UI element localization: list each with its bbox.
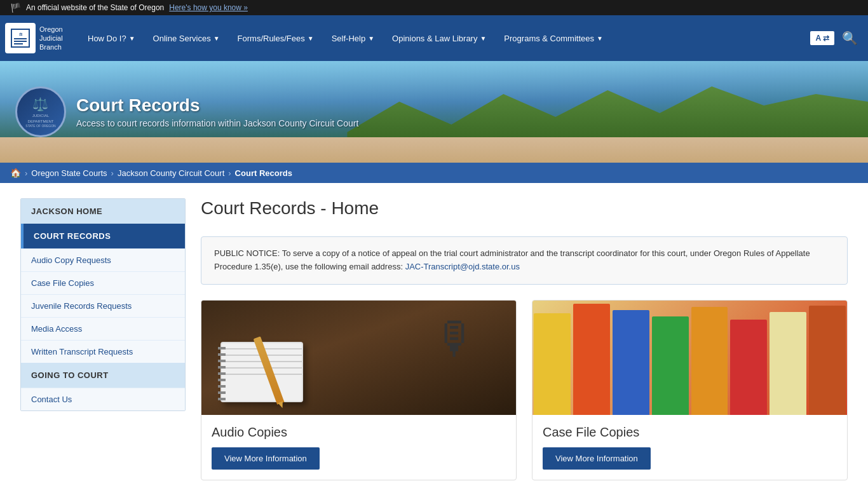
hero-title: Court Records [76, 95, 358, 116]
breadcrumb-current: Court Records [235, 168, 292, 178]
nav-logo[interactable]: ⚖ Oregon Judicial Branch [5, 23, 69, 53]
logo-text: Oregon Judicial Branch [39, 25, 63, 52]
chevron-icon: ▼ [368, 35, 374, 42]
card-files-btn[interactable]: View More Information [543, 447, 651, 470]
breadcrumb: 🏠 › Oregon State Courts › Jackson County… [0, 163, 868, 183]
spiral-icon [218, 343, 226, 401]
folder-blue [613, 310, 649, 415]
notice-email[interactable]: JAC-Transcript@ojd.state.or.us [405, 262, 520, 271]
nav-item-forms[interactable]: Forms/Rules/Fees ▼ [229, 15, 323, 61]
nav-item-online[interactable]: Online Services ▼ [144, 15, 229, 61]
card-audio-image: 🎙 [201, 301, 516, 415]
nav-item-opinions[interactable]: Opinions & Law Library ▼ [383, 15, 495, 61]
sidebar-going-to-court: GOING TO COURT [21, 363, 185, 388]
breadcrumb-item-jackson[interactable]: Jackson County Circuit Court [118, 168, 224, 178]
chevron-icon: ▼ [129, 35, 135, 42]
top-bar-link[interactable]: Here's how you know » [169, 3, 248, 12]
sidebar-item-transcript[interactable]: Written Transcript Requests [21, 340, 185, 363]
main-content: JACKSON HOME COURT RECORDS Audio Copy Re… [0, 183, 868, 488]
chevron-icon: ▼ [597, 35, 603, 42]
svg-rect-4 [14, 43, 23, 44]
folder-red [573, 304, 610, 415]
folder-green [652, 316, 689, 415]
nav-item-selfhelp[interactable]: Self-Help ▼ [323, 15, 383, 61]
sidebar-item-juvenile[interactable]: Juvenile Records Requests [21, 294, 185, 317]
svg-rect-3 [14, 41, 27, 42]
hero-content: ⚖️ JUDICIAL DEPARTMENT STATE OF OREGON C… [0, 74, 374, 150]
card-audio-body: Audio Copies View More Information [201, 415, 516, 480]
sidebar-item-case-file[interactable]: Case File Copies [21, 271, 185, 294]
flag-icon: 🏴 [10, 3, 21, 13]
chevron-icon: ▼ [214, 35, 220, 42]
content-area: Court Records - Home PUBLIC NOTICE: To s… [201, 198, 848, 480]
svg-text:⚖: ⚖ [19, 32, 23, 36]
folder-tan [770, 312, 806, 415]
top-bar-text: An official website of the State of Oreg… [26, 3, 164, 12]
hero-text: Court Records Access to court records in… [76, 95, 358, 128]
card-audio: 🎙 Audio Copies View More Information [201, 300, 517, 480]
court-seal: ⚖️ JUDICIAL DEPARTMENT STATE OF OREGON [15, 86, 66, 137]
folder-brown [809, 306, 846, 415]
page-title: Court Records - Home [201, 198, 848, 224]
card-files-body: Case File Copies View More Information [532, 415, 847, 480]
nav-item-how[interactable]: How Do I? ▼ [79, 15, 144, 61]
card-files-image [532, 301, 847, 415]
sidebar-jackson-home[interactable]: JACKSON HOME [21, 199, 185, 224]
home-icon[interactable]: 🏠 [10, 168, 21, 178]
sidebar: JACKSON HOME COURT RECORDS Audio Copy Re… [20, 198, 186, 480]
notice-box: PUBLIC NOTICE: To serve a copy of a noti… [201, 236, 848, 285]
sidebar-item-audio[interactable]: Audio Copy Requests [21, 248, 185, 271]
breadcrumb-item-oregon[interactable]: Oregon State Courts [31, 168, 107, 178]
logo-icon: ⚖ [5, 23, 36, 53]
sidebar-court-records-active: COURT RECORDS [21, 224, 185, 248]
folder-orange [691, 307, 728, 415]
card-files: Case File Copies View More Information [532, 300, 848, 480]
nav-item-programs[interactable]: Programs & Committees ▼ [495, 15, 612, 61]
microphone-icon: 🎙 [433, 313, 478, 364]
top-bar: 🏴 An official website of the State of Or… [0, 0, 868, 15]
cards-grid: 🎙 Audio Copies View More Information [201, 300, 848, 480]
card-files-title: Case File Copies [543, 425, 837, 440]
hero-banner: ⚖️ JUDICIAL DEPARTMENT STATE OF OREGON C… [0, 61, 868, 163]
sidebar-section: JACKSON HOME COURT RECORDS Audio Copy Re… [20, 198, 186, 411]
card-audio-title: Audio Copies [212, 425, 506, 440]
chevron-icon: ▼ [308, 35, 314, 42]
svg-rect-2 [14, 38, 27, 39]
nav-items: How Do I? ▼ Online Services ▼ Forms/Rule… [79, 15, 810, 61]
card-audio-btn[interactable]: View More Information [212, 447, 320, 470]
sidebar-item-media[interactable]: Media Access [21, 317, 185, 340]
folder-yellow [534, 313, 571, 415]
search-button[interactable]: 🔍 [837, 25, 863, 51]
main-nav: ⚖ Oregon Judicial Branch How Do I? ▼ Onl… [0, 15, 868, 61]
nav-right: A ⇄ 🔍 [810, 25, 863, 51]
hero-subtitle: Access to court records information with… [76, 118, 358, 128]
chevron-icon: ▼ [480, 35, 486, 42]
sidebar-item-contact[interactable]: Contact Us [21, 388, 185, 410]
folder-darkred [730, 320, 767, 415]
language-button[interactable]: A ⇄ [810, 31, 834, 45]
